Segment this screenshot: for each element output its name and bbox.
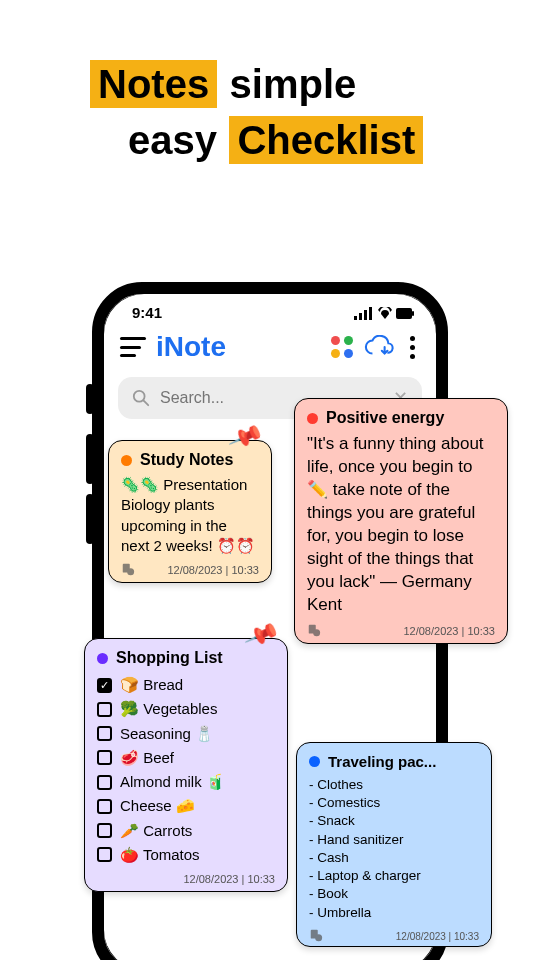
search-icon: [132, 389, 150, 407]
note-card-travel[interactable]: Traveling pac... - Clothes- Comestics- S…: [296, 742, 492, 947]
note-timestamp: 12/08/2023 | 10:33: [183, 873, 275, 885]
note-timestamp: 12/08/2023 | 10:33: [403, 625, 495, 637]
category-dot-icon: [121, 455, 132, 466]
color-grid-icon[interactable]: [330, 335, 354, 359]
svg-rect-5: [412, 311, 414, 316]
checklist-item[interactable]: 🥕 Carrots: [97, 819, 275, 843]
list-item: - Umbrella: [309, 904, 479, 922]
checkbox[interactable]: [97, 775, 112, 790]
checklist-item[interactable]: 🍅 Tomatos: [97, 843, 275, 867]
headline-word-3: easy: [120, 116, 225, 164]
svg-point-11: [313, 629, 320, 636]
note-timestamp: 12/08/2023 | 10:33: [167, 564, 259, 576]
attachment-icon: [307, 623, 321, 637]
list-item: - Comestics: [309, 794, 479, 812]
menu-icon[interactable]: [120, 337, 146, 357]
note-card-shopping[interactable]: 📌 Shopping List ✓🍞 Bread🥦 VegetablesSeas…: [84, 638, 288, 892]
phone-side-button: [86, 494, 94, 544]
more-menu-icon[interactable]: [404, 336, 420, 359]
list-item: - Snack: [309, 812, 479, 830]
list-item: - Cash: [309, 849, 479, 867]
checklist-item[interactable]: 🥦 Vegetables: [97, 697, 275, 721]
note-card-study[interactable]: 📌 Study Notes 🦠🦠 Presentation Biology pl…: [108, 440, 272, 583]
checkbox[interactable]: [97, 799, 112, 814]
checklist-label: 🥩 Beef: [120, 748, 174, 768]
checklist-label: Almond milk 🧃: [120, 772, 225, 792]
note-card-positive[interactable]: Positive energy "It's a funny thing abou…: [294, 398, 508, 644]
svg-point-9: [127, 568, 134, 575]
status-bar: 9:41: [104, 294, 436, 325]
checklist-label: 🍞 Bread: [120, 675, 183, 695]
checklist-label: 🍅 Tomatos: [120, 845, 200, 865]
status-indicators: [354, 304, 414, 321]
attachment-icon: [121, 562, 135, 576]
checklist-label: Seasoning 🧂: [120, 724, 214, 744]
note-body: "It's a funny thing about life, once you…: [307, 433, 495, 617]
svg-rect-1: [359, 313, 362, 320]
checkbox[interactable]: [97, 847, 112, 862]
category-dot-icon: [307, 413, 318, 424]
checklist-label: Cheese 🧀: [120, 796, 195, 816]
headline-word-1: Notes: [90, 60, 217, 108]
list-item: - Book: [309, 885, 479, 903]
app-title: iNote: [156, 331, 226, 363]
phone-side-button: [86, 434, 94, 484]
svg-rect-4: [396, 308, 412, 319]
svg-point-6: [134, 391, 145, 402]
svg-rect-0: [354, 316, 357, 320]
category-dot-icon: [97, 653, 108, 664]
headline-word-4: Checklist: [229, 116, 423, 164]
checklist-item[interactable]: Cheese 🧀: [97, 794, 275, 818]
attachment-icon: [309, 928, 323, 942]
checklist-item[interactable]: Seasoning 🧂: [97, 722, 275, 746]
svg-point-13: [315, 934, 322, 941]
svg-rect-3: [369, 307, 372, 320]
checkbox[interactable]: ✓: [97, 678, 112, 693]
note-title: Shopping List: [116, 649, 223, 667]
note-title: Positive energy: [326, 409, 444, 427]
note-body: - Clothes- Comestics- Snack- Hand saniti…: [309, 776, 479, 922]
note-timestamp: 12/08/2023 | 10:33: [396, 931, 479, 942]
svg-rect-2: [364, 310, 367, 320]
app-toolbar: iNote: [104, 325, 436, 369]
note-title: Traveling pac...: [328, 753, 436, 770]
signal-wifi-battery-icon: [354, 307, 414, 321]
phone-side-button: [86, 384, 94, 414]
cloud-sync-icon[interactable]: [364, 335, 394, 359]
checklist-item[interactable]: ✓🍞 Bread: [97, 673, 275, 697]
checkbox[interactable]: [97, 823, 112, 838]
category-dot-icon: [309, 756, 320, 767]
marketing-headline: Notes simple easy Checklist: [0, 60, 540, 172]
note-body: 🦠🦠 Presentation Biology plants upcoming …: [121, 475, 259, 556]
checklist-item[interactable]: 🥩 Beef: [97, 746, 275, 770]
checklist-item[interactable]: Almond milk 🧃: [97, 770, 275, 794]
headline-word-2: simple: [222, 60, 365, 108]
list-item: - Laptop & charger: [309, 867, 479, 885]
list-item: - Clothes: [309, 776, 479, 794]
checkbox[interactable]: [97, 726, 112, 741]
checklist: ✓🍞 Bread🥦 VegetablesSeasoning 🧂🥩 BeefAlm…: [97, 673, 275, 867]
note-title: Study Notes: [140, 451, 233, 469]
checkbox[interactable]: [97, 750, 112, 765]
checkbox[interactable]: [97, 702, 112, 717]
checklist-label: 🥕 Carrots: [120, 821, 192, 841]
checklist-label: 🥦 Vegetables: [120, 699, 217, 719]
status-time: 9:41: [132, 304, 162, 321]
svg-line-7: [144, 401, 149, 406]
list-item: - Hand sanitizer: [309, 831, 479, 849]
